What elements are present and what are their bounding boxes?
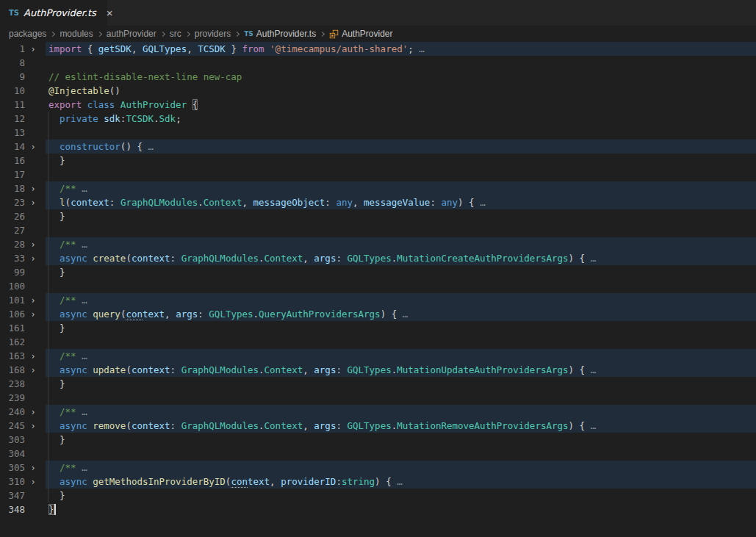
fold-chevron-icon[interactable]: › bbox=[25, 309, 41, 320]
code-line-168[interactable]: 168› async update(context: GraphQLModule… bbox=[0, 363, 756, 377]
code-line-304[interactable]: 304 bbox=[0, 447, 756, 461]
editor-gutter: 28› bbox=[0, 237, 46, 251]
fold-chevron-icon[interactable]: › bbox=[25, 476, 41, 487]
code-token bbox=[48, 295, 60, 306]
code-token: . bbox=[259, 364, 264, 375]
code-line-161[interactable]: 161 } bbox=[0, 321, 756, 335]
code-token: messageObject bbox=[253, 197, 325, 208]
code-line-14[interactable]: 14› constructor() { … bbox=[0, 140, 756, 154]
breadcrumb-item-src[interactable]: src bbox=[170, 29, 181, 39]
fold-chevron-icon[interactable]: › bbox=[25, 364, 41, 375]
code-token: // eslint-disable-next-line new-cap bbox=[48, 71, 242, 82]
code-editor[interactable]: 1›import { getSDK, GQLTypes, TCSDK } fro… bbox=[0, 42, 756, 516]
code-token: … bbox=[403, 309, 408, 320]
code-token: : bbox=[336, 420, 347, 431]
code-line-106[interactable]: 106› async query(context, args: GQLTypes… bbox=[0, 307, 756, 321]
code-token: … bbox=[591, 364, 597, 375]
code-line-240[interactable]: 240› /** … bbox=[0, 405, 756, 419]
code-line-27[interactable]: 27 bbox=[0, 223, 756, 237]
code-content bbox=[46, 167, 756, 181]
close-icon[interactable]: × bbox=[107, 7, 113, 18]
code-token: '@timecampus/auth-shared' bbox=[270, 43, 408, 54]
code-content: /** … bbox=[46, 349, 756, 363]
code-line-347[interactable]: 347 } bbox=[0, 489, 756, 502]
code-line-310[interactable]: 310› async getMethodsInProviderByID(cont… bbox=[0, 475, 756, 489]
code-token: /** bbox=[60, 183, 76, 194]
code-line-305[interactable]: 305› /** … bbox=[0, 461, 756, 475]
fold-chevron-icon[interactable]: › bbox=[25, 350, 41, 361]
code-line-162[interactable]: 162 bbox=[0, 335, 756, 349]
fold-chevron-icon[interactable]: › bbox=[25, 197, 41, 208]
breadcrumb-item-authprovider[interactable]: authProvider bbox=[107, 29, 156, 39]
code-line-239[interactable]: 239 bbox=[0, 391, 756, 405]
breadcrumb-item-authprovider[interactable]: AuthProvider bbox=[329, 29, 392, 39]
tab-authprovider[interactable]: TS AuthProvider.ts × bbox=[0, 0, 108, 26]
code-line-101[interactable]: 101› /** … bbox=[0, 293, 756, 307]
code-line-17[interactable]: 17 bbox=[0, 167, 756, 181]
editor-gutter: 27 bbox=[0, 223, 46, 237]
code-token: } bbox=[48, 211, 65, 222]
code-line-18[interactable]: 18› /** … bbox=[0, 181, 756, 195]
code-token: /** bbox=[60, 350, 76, 361]
code-line-245[interactable]: 245› async remove(context: GraphQLModule… bbox=[0, 419, 756, 433]
code-line-10[interactable]: 10@Injectable() bbox=[0, 84, 756, 98]
breadcrumb-item-providers[interactable]: providers bbox=[195, 29, 231, 39]
fold-chevron-icon[interactable]: › bbox=[25, 183, 41, 194]
code-line-8[interactable]: 8 bbox=[0, 56, 756, 70]
code-token: context bbox=[132, 420, 170, 431]
fold-chevron-icon[interactable]: › bbox=[25, 462, 41, 473]
fold-chevron-icon[interactable]: › bbox=[25, 239, 41, 250]
code-content: } bbox=[46, 321, 756, 335]
code-line-16[interactable]: 16 } bbox=[0, 154, 756, 167]
line-number: 26 bbox=[0, 211, 25, 222]
text-cursor bbox=[54, 504, 56, 515]
code-line-99[interactable]: 99 } bbox=[0, 265, 756, 279]
code-line-13[interactable]: 13 bbox=[0, 126, 756, 140]
fold-chevron-icon[interactable]: › bbox=[25, 406, 41, 417]
editor-gutter: 26 bbox=[0, 209, 46, 223]
breadcrumb-item-modules[interactable]: modules bbox=[60, 29, 93, 39]
editor-gutter: 310› bbox=[0, 475, 46, 489]
code-line-28[interactable]: 28› /** … bbox=[0, 237, 756, 251]
code-content: private sdk:TCSDK.Sdk; bbox=[46, 112, 756, 126]
code-token: async bbox=[60, 476, 87, 487]
line-number: 305 bbox=[0, 462, 25, 473]
breadcrumb-item-authprovider-ts[interactable]: TSAuthProvider.ts bbox=[244, 29, 316, 39]
code-token: , bbox=[303, 364, 314, 375]
code-token: GraphQLModules bbox=[120, 197, 198, 208]
code-token bbox=[48, 113, 60, 124]
code-content: // eslint-disable-next-line new-cap bbox=[46, 70, 756, 84]
code-token: class bbox=[87, 99, 115, 110]
editor-gutter: 13 bbox=[0, 126, 46, 140]
fold-chevron-icon[interactable]: › bbox=[25, 295, 41, 306]
code-line-303[interactable]: 303 } bbox=[0, 433, 756, 447]
code-content: constructor() { … bbox=[46, 140, 756, 154]
line-number: 14 bbox=[0, 141, 25, 152]
code-token: } bbox=[226, 43, 242, 54]
fold-chevron-icon[interactable]: › bbox=[25, 420, 41, 431]
fold-chevron-icon[interactable]: › bbox=[25, 141, 41, 152]
ts-file-icon: TS bbox=[244, 30, 253, 37]
code-token bbox=[48, 364, 60, 375]
code-line-100[interactable]: 100 bbox=[0, 279, 756, 293]
editor-gutter: 101› bbox=[0, 293, 46, 307]
code-content bbox=[46, 335, 756, 349]
line-number: 16 bbox=[0, 155, 25, 166]
fold-chevron-icon[interactable]: › bbox=[25, 43, 41, 54]
code-line-163[interactable]: 163› /** … bbox=[0, 349, 756, 363]
breadcrumb-item-packages[interactable]: packages bbox=[9, 29, 46, 39]
code-line-1[interactable]: 1›import { getSDK, GQLTypes, TCSDK } fro… bbox=[0, 42, 756, 56]
editor-gutter: 106› bbox=[0, 307, 46, 321]
code-line-12[interactable]: 12 private sdk:TCSDK.Sdk; bbox=[0, 112, 756, 126]
code-token: Context bbox=[264, 253, 303, 264]
code-line-33[interactable]: 33› async create(context: GraphQLModules… bbox=[0, 251, 756, 265]
fold-chevron-icon[interactable]: › bbox=[25, 253, 41, 264]
code-line-348[interactable]: 348} bbox=[0, 502, 756, 516]
code-line-9[interactable]: 9// eslint-disable-next-line new-cap bbox=[0, 70, 756, 84]
code-line-23[interactable]: 23› l(context: GraphQLModules.Context, m… bbox=[0, 195, 756, 209]
editor-gutter: 168› bbox=[0, 363, 46, 377]
code-token: … bbox=[82, 462, 87, 473]
code-line-11[interactable]: 11export class AuthProvider { bbox=[0, 98, 756, 112]
code-line-238[interactable]: 238 } bbox=[0, 377, 756, 391]
code-line-26[interactable]: 26 } bbox=[0, 209, 756, 223]
